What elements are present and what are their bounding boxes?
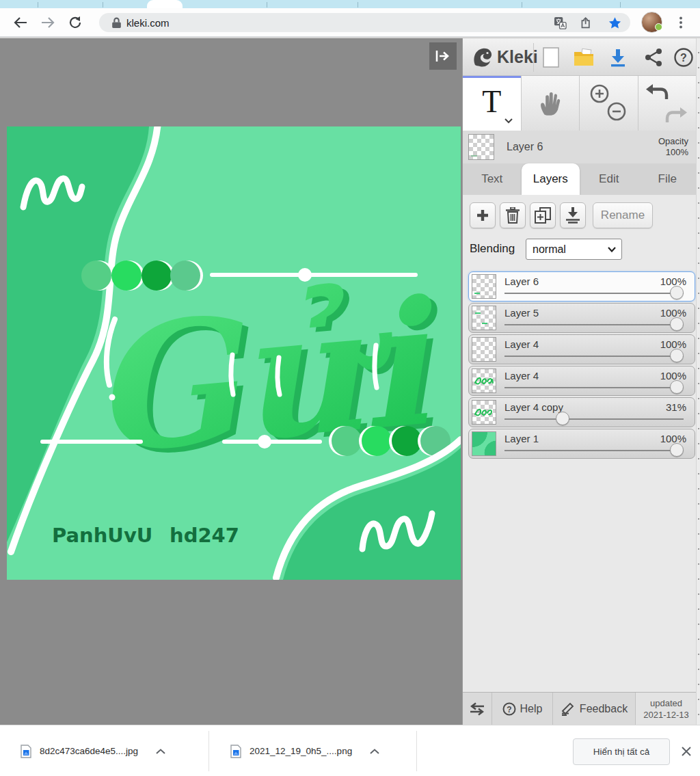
delete-layer-button[interactable] — [500, 202, 526, 228]
download-item[interactable]: 2021_12_19_0h5_....png — [230, 725, 379, 776]
layer-opacity-slider[interactable] — [504, 292, 684, 294]
browser-toolbar: kleki.com — [0, 8, 700, 37]
address-bar[interactable]: kleki.com — [99, 13, 630, 32]
plus-icon — [476, 209, 489, 222]
layer-row[interactable]: Layer 4 100% — [468, 334, 695, 364]
layer-row[interactable]: Layer 4 copy 31% — [468, 397, 695, 427]
help-icon: ? — [673, 47, 694, 68]
feedback-button[interactable]: Feedback — [553, 693, 636, 725]
forward-button[interactable] — [37, 12, 59, 34]
browser-active-tab[interactable] — [147, 0, 183, 8]
save-download-button[interactable] — [606, 46, 630, 68]
slider-knob[interactable] — [670, 286, 684, 299]
layer-opacity-slider[interactable] — [504, 386, 684, 388]
layer-thumbnail — [472, 274, 496, 299]
chevron-down-icon — [504, 118, 513, 124]
new-file-icon — [543, 47, 559, 68]
reload-button[interactable] — [64, 12, 86, 34]
layer-row[interactable]: Layer 5 100% — [468, 303, 695, 333]
blending-select[interactable]: normal — [526, 239, 622, 260]
layer-opacity-slider[interactable] — [504, 449, 684, 451]
back-button[interactable] — [10, 12, 31, 34]
brand-name: Kleki — [497, 47, 538, 67]
rename-label: Rename — [601, 209, 645, 222]
chevron-up-icon[interactable] — [370, 749, 379, 754]
slider-knob[interactable] — [670, 349, 684, 362]
updated-info: updated 2021-12-13 — [636, 693, 697, 725]
layer-opacity-value: 31% — [666, 401, 686, 413]
downloads-bar: 8d2c473ca6de4e5....jpg 2021_12_19_0h5_..… — [0, 725, 700, 776]
new-image-button[interactable] — [539, 46, 563, 68]
panel-collapse-button[interactable] — [429, 42, 457, 70]
add-layer-button[interactable] — [470, 202, 496, 228]
text-tool-icon: T — [482, 86, 501, 118]
trash-icon — [505, 207, 520, 224]
tool-zoom[interactable] — [580, 76, 638, 131]
bookmark-star-icon[interactable] — [608, 16, 621, 29]
close-downloads-button[interactable] — [678, 743, 695, 760]
back-arrow-icon — [13, 15, 28, 30]
layer-row[interactable]: Layer 6 100% — [468, 271, 695, 302]
tool-undo-redo[interactable] — [638, 76, 697, 131]
rename-layer-button[interactable]: Rename — [593, 202, 653, 228]
tab-separator — [38, 2, 38, 8]
forward-arrow-icon — [40, 15, 55, 30]
profile-avatar[interactable] — [641, 12, 662, 33]
layer-name: Layer 4 — [504, 338, 539, 350]
slider-knob[interactable] — [556, 412, 569, 425]
screen: kleki.com — [0, 0, 700, 776]
share-nodes-icon — [644, 48, 663, 67]
tab-layers[interactable]: Layers — [522, 163, 580, 195]
image-file-icon — [21, 745, 31, 758]
panel-footer: ? Help Feedback updated 2021-12-13 — [463, 692, 697, 725]
kleki-panel: Kleki — [462, 38, 700, 725]
layer-name: Layer 4 — [504, 370, 539, 382]
chevron-up-icon[interactable] — [156, 749, 165, 754]
show-all-downloads-button[interactable]: Hiển thị tất cả — [573, 738, 670, 765]
drawing-canvas[interactable]: Gửi Gửi — [7, 126, 461, 580]
share-button[interactable] — [642, 46, 665, 68]
layer-opacity-value: 100% — [660, 433, 686, 444]
layer-list: Layer 6 100% Layer 5 100% — [468, 271, 695, 460]
layer-opacity-slider[interactable] — [504, 323, 684, 325]
tool-hand[interactable] — [522, 76, 580, 131]
tool-text[interactable]: T — [463, 76, 522, 131]
share-page-icon[interactable] — [580, 16, 593, 29]
layer-row[interactable]: Layer 1 100% — [468, 429, 695, 459]
credit-right-text: hd247 — [170, 524, 239, 547]
translate-icon[interactable] — [554, 16, 567, 29]
help-footer-button[interactable]: ? Help — [492, 693, 553, 725]
layer-opacity-slider[interactable] — [504, 418, 684, 420]
tab-file[interactable]: File — [638, 163, 697, 195]
panel-scrollbar[interactable] — [696, 38, 700, 725]
tab-separator — [267, 2, 267, 8]
presence-dot — [655, 23, 662, 31]
select-chevron-icon — [608, 247, 616, 252]
feedback-label: Feedback — [580, 703, 628, 715]
layer-opacity-slider[interactable] — [504, 355, 684, 357]
download-item[interactable]: 8d2c473ca6de4e5....jpg — [21, 725, 165, 776]
layer-row[interactable]: Layer 4 100% — [468, 366, 695, 396]
layer-name: Layer 6 — [504, 276, 539, 287]
open-file-button[interactable] — [572, 46, 595, 68]
browser-menu-button[interactable] — [670, 12, 692, 34]
downloads-separator — [208, 731, 209, 771]
slider-knob[interactable] — [670, 380, 684, 394]
tab-separator — [620, 2, 621, 8]
kleki-logo-icon — [471, 46, 494, 69]
slider-knob[interactable] — [670, 317, 684, 331]
help-button[interactable]: ? — [672, 46, 695, 68]
tab-text[interactable]: Text — [463, 163, 522, 195]
blending-row: Blending normal — [463, 237, 697, 260]
merge-layer-button[interactable] — [560, 202, 586, 228]
credit-left-text: PanhUvU — [52, 524, 152, 547]
duplicate-layer-button[interactable] — [530, 202, 556, 228]
layer-name: Layer 4 copy — [504, 401, 563, 413]
slider-knob[interactable] — [670, 443, 684, 457]
swap-button[interactable] — [463, 693, 492, 725]
active-layer-thumbnail — [468, 134, 494, 160]
download-filename: 8d2c473ca6de4e5....jpg — [40, 746, 138, 756]
opacity-label: Opacity — [658, 136, 688, 147]
tab-edit[interactable]: Edit — [580, 163, 638, 195]
tab-separator — [358, 2, 358, 8]
